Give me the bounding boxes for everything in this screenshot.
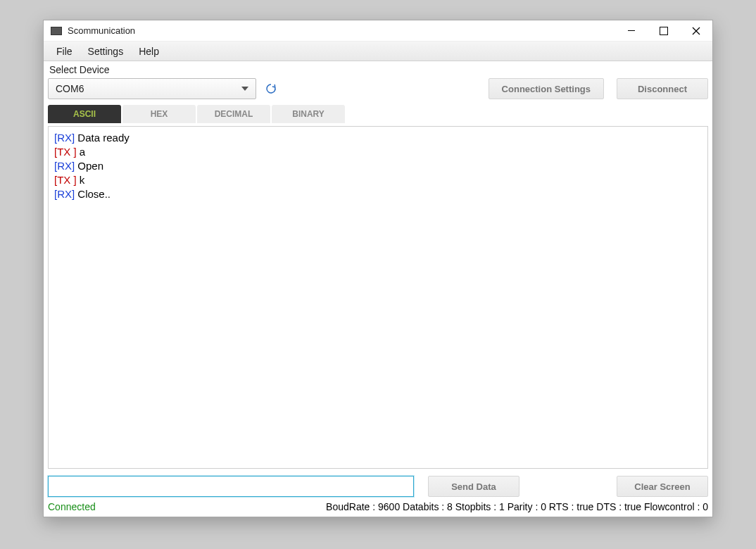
rx-tag: [RX]: [54, 132, 75, 144]
minimize-button[interactable]: [615, 20, 648, 41]
menu-file[interactable]: File: [56, 46, 73, 57]
window-controls: [615, 20, 712, 41]
terminal-output[interactable]: [RX] Data ready [TX ] a [RX] Open [TX ] …: [48, 126, 708, 469]
device-section: Select Device COM6 Connection Settings D…: [44, 61, 712, 105]
tab-hex[interactable]: HEX: [122, 105, 196, 123]
app-icon: [51, 27, 62, 35]
titlebar: Scommunication: [44, 20, 712, 42]
status-info: BoudRate : 9600 Databits : 8 Stopbits : …: [326, 501, 708, 512]
terminal-line: [RX] Data ready: [54, 131, 702, 145]
status-connected: Connected: [48, 501, 96, 512]
terminal-line: [TX ] a: [54, 145, 702, 159]
menu-help[interactable]: Help: [139, 46, 159, 57]
menu-settings[interactable]: Settings: [88, 46, 124, 57]
tx-tag: [TX ]: [54, 174, 77, 186]
tab-binary[interactable]: BINARY: [272, 105, 345, 123]
send-input[interactable]: [48, 476, 414, 497]
close-button[interactable]: [680, 20, 712, 41]
format-tabs: ASCII HEX DECIMAL BINARY: [44, 105, 712, 123]
maximize-button[interactable]: [648, 20, 680, 41]
connection-settings-button[interactable]: Connection Settings: [489, 78, 604, 99]
refresh-button[interactable]: [265, 82, 277, 95]
chevron-down-icon: [241, 87, 248, 91]
clear-screen-button[interactable]: Clear Screen: [617, 476, 708, 497]
rx-tag: [RX]: [54, 160, 75, 172]
device-select[interactable]: COM6: [48, 78, 256, 99]
close-icon: [692, 27, 700, 35]
status-bar: Connected BoudRate : 9600 Databits : 8 S…: [44, 500, 712, 517]
window-title: Scommunication: [68, 25, 135, 36]
terminal-line: [RX] Close..: [54, 187, 702, 201]
refresh-icon: [265, 82, 277, 95]
send-row: Send Data Clear Screen: [44, 474, 712, 500]
disconnect-button[interactable]: Disconnect: [617, 78, 708, 99]
device-row: COM6 Connection Settings Disconnect: [48, 78, 708, 99]
menubar: File Settings Help: [44, 42, 712, 61]
tab-ascii[interactable]: ASCII: [48, 105, 121, 123]
tab-decimal[interactable]: DECIMAL: [197, 105, 270, 123]
terminal-line: [RX] Open: [54, 159, 702, 173]
terminal-line: [TX ] k: [54, 173, 702, 187]
tx-tag: [TX ]: [54, 146, 77, 158]
app-window: Scommunication File Settings Help Select…: [43, 20, 713, 517]
select-device-label: Select Device: [48, 63, 708, 78]
send-data-button[interactable]: Send Data: [428, 476, 519, 497]
device-select-value: COM6: [56, 83, 84, 94]
rx-tag: [RX]: [54, 188, 75, 200]
